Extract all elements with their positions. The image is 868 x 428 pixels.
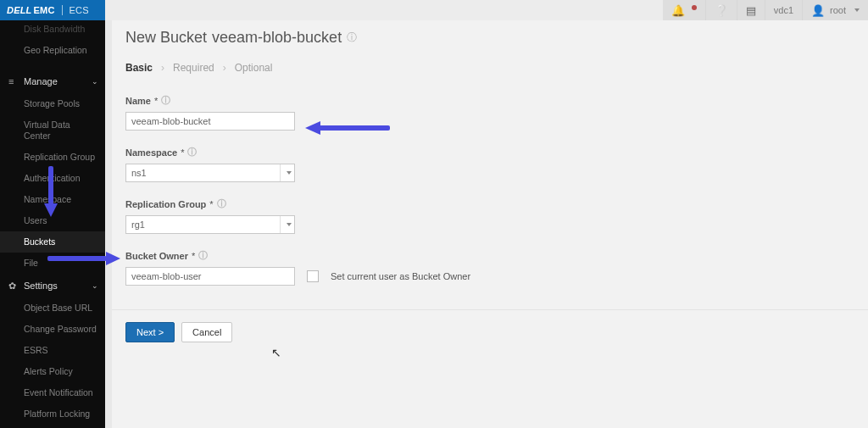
content-area: New Bucket veeam-blob-bucket ⓘ Basic › R… <box>112 20 868 428</box>
set-current-user-label: Set current user as Bucket Owner <box>331 271 470 281</box>
name-input[interactable] <box>125 112 295 131</box>
caret-down-icon <box>280 216 294 233</box>
header-alerts[interactable]: 🔔 <box>663 0 705 20</box>
bucket-owner-input[interactable] <box>125 267 295 286</box>
wizard-step-required[interactable]: Required <box>173 62 214 74</box>
chevron-down-icon: ⌄ <box>92 281 98 290</box>
dashboard-icon: ▤ <box>746 5 756 16</box>
sidebar-item-alerts-policy[interactable]: Alerts Policy <box>0 361 105 382</box>
required-mark: * <box>181 147 184 158</box>
alert-badge <box>692 5 697 10</box>
cancel-button[interactable]: Cancel <box>181 322 232 342</box>
brand-bar: DELL EMC ECS <box>0 0 105 20</box>
sidebar-item-namespace[interactable]: Namespace <box>0 189 105 210</box>
header-user-label: root <box>830 5 846 15</box>
next-button[interactable]: Next > <box>125 322 175 342</box>
sidebar-item-replication-group[interactable]: Replication Group <box>0 147 105 168</box>
replication-label: Replication Group <box>125 199 206 209</box>
sidebar: DELL EMC ECS Disk Bandwidth Geo Replicat… <box>0 0 105 428</box>
caret-down-icon <box>280 164 294 181</box>
list-icon: ≡ <box>8 76 19 86</box>
chevron-down-icon: ⌄ <box>92 77 98 86</box>
bell-icon: 🔔 <box>671 5 685 16</box>
required-mark: * <box>154 96 158 106</box>
scrollbar-vertical[interactable] <box>105 20 112 428</box>
help-icon[interactable]: ⓘ <box>217 197 226 210</box>
sidebar-item-change-password[interactable]: Change Password <box>0 319 105 340</box>
sidebar-item-disk-bandwidth[interactable]: Disk Bandwidth <box>0 20 105 40</box>
header-help[interactable]: ❔ <box>705 0 737 20</box>
brand-divider <box>62 5 63 15</box>
page-title: New Bucket veeam-blob-bucket ⓘ <box>125 29 868 47</box>
wizard-actions: Next > Cancel <box>112 309 868 354</box>
sidebar-group-manage[interactable]: ≡ Manage ⌄ <box>0 69 105 93</box>
sidebar-item-users[interactable]: Users <box>0 210 105 231</box>
sidebar-item-vdc[interactable]: Virtual Data Center <box>0 114 105 147</box>
sidebar-item-platform-locking[interactable]: Platform Locking <box>0 403 105 425</box>
name-label: Name <box>125 96 151 106</box>
required-mark: * <box>192 251 195 261</box>
header-vdc-label: vdc1 <box>774 5 793 15</box>
header-dashboard[interactable]: ▤ <box>737 0 765 20</box>
sidebar-item-buckets[interactable]: Buckets <box>0 231 105 253</box>
sidebar-item-licensing[interactable]: Licensing <box>0 425 105 428</box>
brand-emc: EMC <box>34 5 55 15</box>
user-icon: 👤 <box>811 5 825 16</box>
namespace-value: ns1 <box>131 168 147 178</box>
sidebar-item-object-base-url[interactable]: Object Base URL <box>0 297 105 319</box>
sidebar-group-settings-label: Settings <box>24 281 58 291</box>
bucket-form: Name * ⓘ Namespace * ⓘ ns1 Replication G… <box>125 94 668 286</box>
help-icon[interactable]: ⓘ <box>198 249 208 262</box>
wizard-step-basic[interactable]: Basic <box>125 62 153 74</box>
help-icon[interactable]: ⓘ <box>187 146 197 158</box>
chevron-right-icon: › <box>223 62 226 74</box>
header-vdc-picker[interactable]: vdc1 <box>765 0 802 20</box>
namespace-select[interactable]: ns1 <box>125 164 295 182</box>
header-bar: 🔔 ❔ ▤ vdc1 👤 root <box>105 0 868 21</box>
chevron-right-icon: › <box>161 62 164 74</box>
header-user-menu[interactable]: 👤 root <box>802 0 868 20</box>
page-title-prefix: New Bucket <box>125 29 207 47</box>
replication-group-select[interactable]: rg1 <box>125 215 295 234</box>
help-icon[interactable]: ⓘ <box>161 94 170 107</box>
wizard-steps: Basic › Required › Optional <box>125 62 868 74</box>
brand-product: ECS <box>70 5 89 15</box>
namespace-label: Namespace <box>125 147 177 158</box>
caret-down-icon <box>854 8 860 12</box>
page-title-object: veeam-blob-bucket <box>212 29 342 47</box>
sidebar-item-authentication[interactable]: Authentication <box>0 168 105 189</box>
sidebar-item-storage-pools[interactable]: Storage Pools <box>0 93 105 114</box>
owner-label: Bucket Owner <box>125 251 188 261</box>
sidebar-item-esrs[interactable]: ESRS <box>0 340 105 361</box>
sidebar-group-manage-label: Manage <box>24 76 58 86</box>
set-current-user-checkbox[interactable] <box>307 270 319 282</box>
help-icon: ❔ <box>715 5 728 16</box>
sidebar-item-event-notification[interactable]: Event Notification <box>0 382 105 403</box>
gear-icon: ✿ <box>8 281 19 292</box>
wizard-step-optional[interactable]: Optional <box>235 62 273 74</box>
replication-value: rg1 <box>131 220 145 230</box>
sidebar-item-file[interactable]: File <box>0 253 105 274</box>
sidebar-item-geo-replication[interactable]: Geo Replication <box>0 40 105 61</box>
sidebar-group-settings[interactable]: ✿ Settings ⌄ <box>0 274 105 297</box>
required-mark: * <box>209 199 213 209</box>
help-icon[interactable]: ⓘ <box>347 31 357 45</box>
brand-dell: DELL <box>7 5 32 15</box>
